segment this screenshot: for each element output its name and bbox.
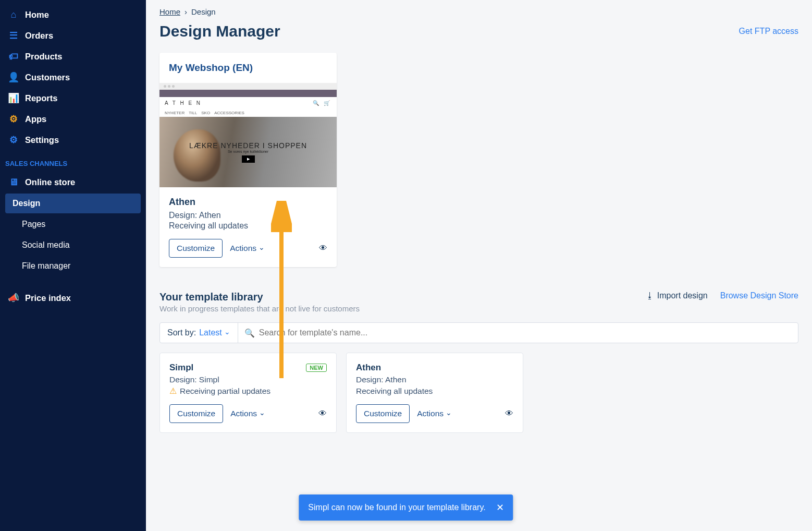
actions-label: Actions [230,244,256,253]
import-design-button[interactable]: ⭳Import design [646,291,708,300]
new-badge: NEW [306,364,327,372]
preview-nav: NYHETERTILLSKOACCESSORIES [159,109,337,117]
theme-preview[interactable]: A T H E N🔍 🛒 NYHETERTILLSKOACCESSORIES L… [159,83,337,187]
sort-label: Sort by: [167,328,196,337]
subnav-design[interactable]: Design [5,194,141,213]
preview-eye-icon[interactable]: 👁 [318,409,327,418]
nav-settings[interactable]: ⚙Settings [0,129,146,150]
breadcrumb-home[interactable]: Home [159,7,180,16]
filter-bar: Sort by: Latest 🔍 [159,322,798,343]
customize-button[interactable]: Customize [169,404,223,423]
template-name: Athen [356,363,381,373]
nav-price-index-label: Price index [25,293,71,303]
actions-dropdown[interactable]: Actions [230,409,265,418]
search-icon: 🔍 🛒 [313,100,331,106]
chevron-down-icon [259,409,265,418]
nav-settings-label: Settings [25,135,59,145]
breadcrumb-current: Design [191,7,216,16]
preview-logo-row: A T H E N🔍 🛒 [159,97,337,109]
nav-customers-label: Customers [25,73,70,82]
nav-reports[interactable]: 📊Reports [0,88,146,108]
nav-home-label: Home [25,10,49,20]
megaphone-icon: 📣 [8,293,19,303]
nav-price-index[interactable]: 📣Price index [0,287,146,308]
tag-icon: 🏷 [8,51,19,62]
webshop-title: My Webshop (EN) [159,53,337,83]
sort-value: Latest [199,328,222,337]
nav-orders[interactable]: ☰Orders [0,25,146,46]
webshop-card: My Webshop (EN) A T H E N🔍 🛒 NYHETERTILL… [159,53,337,267]
library-header: Your template library Work in progress t… [159,291,798,313]
theme-design: Design: Athen [169,211,327,220]
close-icon[interactable]: ✕ [496,502,504,513]
customize-button[interactable]: Customize [356,404,410,423]
orders-icon: ☰ [8,30,19,41]
warning-icon: ⚠ [169,387,177,396]
preview-hero-btn: ▶ [242,155,255,163]
page-title: Design Manager [159,22,280,40]
breadcrumb: Home › Design [159,7,798,16]
ftp-access-link[interactable]: Get FTP access [739,27,798,36]
nav-apps-label: Apps [25,114,46,124]
nav-online-store[interactable]: 🖥Online store [0,172,146,192]
subnav-social-media[interactable]: Social media [5,235,141,255]
template-card-simpl: Simpl NEW Design: Simpl ⚠Receiving parti… [159,353,337,433]
toast-message: Simpl can now be found in your template … [308,503,485,512]
nav-orders-label: Orders [25,31,53,41]
webshop-card-body: Athen Design: Athen Receiving all update… [159,187,337,267]
main-content: Home › Design Design Manager Get FTP acc… [146,0,812,531]
nav-products[interactable]: 🏷Products [0,46,146,67]
card-actions: Customize Actions 👁 [169,239,327,258]
import-label: Import design [657,291,708,300]
download-icon: ⭳ [646,291,654,300]
template-cards: Simpl NEW Design: Simpl ⚠Receiving parti… [159,353,798,433]
subnav-pages[interactable]: Pages [5,214,141,234]
template-updates: Receiving all updates [356,387,513,396]
search-icon: 🔍 [244,328,255,338]
search-input[interactable] [259,328,792,337]
toast-notification: Simpl can now be found in your template … [299,494,513,521]
template-library-section: Your template library Work in progress t… [159,291,798,433]
gear-icon: ⚙ [8,135,19,145]
template-name: Simpl [169,363,193,373]
sidebar: ⌂Home ☰Orders 🏷Products 👤Customers 📊Repo… [0,0,146,531]
library-title: Your template library [159,291,360,303]
preview-topbar [159,90,337,97]
preview-window-dots [159,83,337,90]
preview-logo-text: A T H E N [165,100,202,106]
nav-reports-label: Reports [25,93,57,103]
customize-button[interactable]: Customize [169,239,223,258]
template-updates: ⚠Receiving partial updates [169,387,327,396]
template-card-athen: Athen Design: Athen Receiving all update… [346,353,523,433]
home-icon: ⌂ [8,9,19,20]
theme-name: Athen [169,197,327,208]
theme-updates: Receiving all updates [169,221,327,231]
preview-eye-icon[interactable]: 👁 [319,244,327,253]
template-design: Design: Simpl [169,375,327,384]
nav-customers[interactable]: 👤Customers [0,67,146,88]
preview-eye-icon[interactable]: 👁 [505,409,513,418]
page-header: Design Manager Get FTP access [159,22,798,40]
section-sales-channels: SALES CHANNELS [0,150,146,172]
nav-online-store-label: Online store [25,177,75,187]
chevron-down-icon [224,328,230,337]
preview-hero-sub: Se vores nye kollektioner [228,150,268,153]
chevron-down-icon [259,244,265,253]
actions-dropdown[interactable]: Actions [230,244,265,253]
library-subtitle: Work in progress templates that are not … [159,304,360,313]
sort-dropdown[interactable]: Sort by: Latest [160,323,238,343]
store-icon: 🖥 [8,177,19,187]
browse-design-store-link[interactable]: Browse Design Store [720,291,798,300]
chevron-down-icon [446,409,452,418]
nav-home[interactable]: ⌂Home [0,4,146,25]
apps-icon: ⚙ [8,114,19,124]
breadcrumb-sep: › [184,7,187,16]
template-design: Design: Athen [356,375,513,384]
nav-products-label: Products [25,52,63,62]
subnav-file-manager[interactable]: File manager [5,256,141,276]
search-box: 🔍 [238,323,798,343]
preview-hero: LÆKRE NYHEDER I SHOPPEN Se vores nye kol… [159,117,337,187]
actions-dropdown[interactable]: Actions [417,409,452,418]
nav-apps[interactable]: ⚙Apps [0,108,146,129]
chart-icon: 📊 [8,93,19,103]
